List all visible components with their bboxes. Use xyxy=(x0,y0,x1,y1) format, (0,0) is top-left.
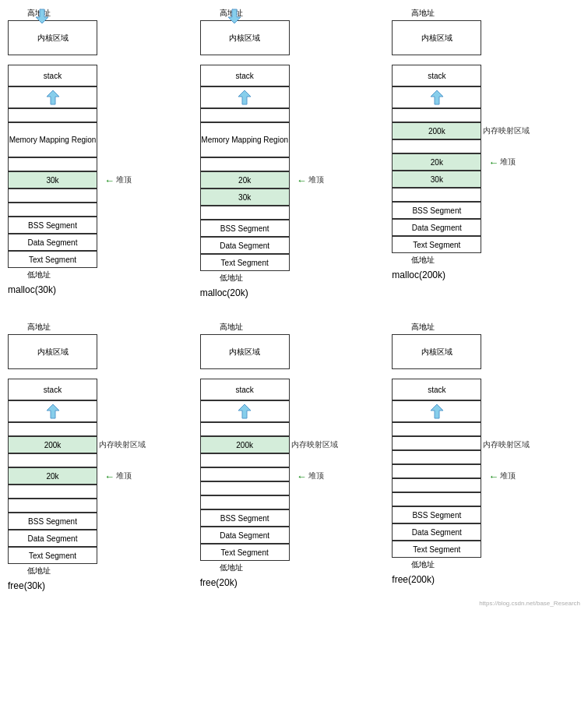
heap-top-label-d1: 堆顶 xyxy=(116,174,132,185)
label-col-d1: ← 堆顶 xyxy=(99,20,146,217)
seg-gap1-d3 xyxy=(392,55,481,65)
heap-top-label-d3: 堆顶 xyxy=(500,157,516,167)
svg-marker-5 xyxy=(47,404,59,418)
seg-bss-d3: BSS Segment xyxy=(392,202,481,219)
seg-text-d5: Text Segment xyxy=(200,544,290,561)
slr-gap1-d1 xyxy=(99,55,146,65)
seg-30k-d3: 30k xyxy=(392,171,481,188)
label-col-d5: 内存映射区域 ← 堆顶 xyxy=(291,334,338,513)
title-d1: malloc(30k) xyxy=(8,284,56,295)
seg-data-d6: Data Segment xyxy=(392,523,481,541)
mem-col-d5: 内核区域 stack 200k BSS Segment Data Segment… xyxy=(200,334,290,561)
arrow-heap-d4: ← xyxy=(99,470,114,482)
mem-col-d6: 内核区域 stack BSS Segment Data Segment Text… xyxy=(392,334,481,558)
arrow-heap-d6: ← xyxy=(483,470,498,482)
seg-200k-d4: 200k xyxy=(8,436,97,453)
seg-stack-d3: stack xyxy=(392,65,481,86)
seg-e1-d4 xyxy=(8,422,97,436)
svg-marker-1 xyxy=(36,9,48,23)
heap-top-label-d4: 堆顶 xyxy=(116,470,132,481)
mem-col-d2: 内核区域 stack Memory Mapping Region 20k 30k… xyxy=(200,20,290,271)
seg-gap1-d6 xyxy=(392,369,481,379)
seg-e1-d5 xyxy=(200,422,290,436)
seg-20k-d4: 20k xyxy=(8,467,97,485)
seg-e3-d6 xyxy=(392,450,481,464)
mem-col-d4: 内核区域 stack 200k 20k BSS Segment Data Seg… xyxy=(8,334,97,564)
svg-marker-6 xyxy=(238,404,251,418)
low-label-d5: 低地址 xyxy=(220,562,243,573)
diagram-free-30k: 高地址 内核区域 stack 200k 20k BSS Segment Data… xyxy=(8,322,196,607)
seg-e4-d6 xyxy=(392,464,481,478)
heap-top-label-d2: 堆顶 xyxy=(308,174,324,185)
diagram-free-200k: 高地址 内核区域 stack BSS Segment Data Segment … xyxy=(392,322,580,607)
slr-e2-d1 xyxy=(99,157,146,171)
seg-stack-d5: stack xyxy=(200,379,290,400)
mmap-label-d1: Memory Mapping Region xyxy=(9,136,97,145)
seg-gap1-d1 xyxy=(8,55,97,65)
seg-stack-d4: stack xyxy=(8,379,97,400)
slr-e1-d1 xyxy=(99,108,146,122)
high-label-d3: 高地址 xyxy=(411,8,435,19)
title-d3: malloc(200k) xyxy=(392,270,445,280)
seg-bss-d5: BSS Segment xyxy=(200,509,290,527)
slr-30k-d1: ← 堆顶 xyxy=(99,171,146,189)
label-col-d6: 内存映射区域 ← 堆顶 xyxy=(483,334,530,513)
seg-gap1-d5 xyxy=(200,369,290,379)
mmap-region-label-d3: 内存映射区域 xyxy=(483,125,530,136)
low-label-d3: 低地址 xyxy=(411,255,435,266)
seg-empty1-d1 xyxy=(8,108,97,122)
svg-marker-0 xyxy=(47,90,59,104)
seg-text-d2: Text Segment xyxy=(200,254,290,271)
svg-marker-2 xyxy=(238,90,251,104)
seg-e4-d5 xyxy=(200,481,290,495)
slr-mmap-d1 xyxy=(99,122,146,157)
arrow-heap-d3: ← xyxy=(483,157,498,168)
seg-e2-d5 xyxy=(200,453,290,467)
seg-text-d3: Text Segment xyxy=(392,236,481,253)
seg-kernel-d6: 内核区域 xyxy=(392,334,481,369)
title-d4: free(30k) xyxy=(8,580,45,591)
seg-kernel-d4: 内核区域 xyxy=(8,334,97,369)
seg-gap1-d4 xyxy=(8,369,97,379)
seg-kernel-d3: 内核区域 xyxy=(392,20,481,55)
seg-mmap-d2: Memory Mapping Region xyxy=(200,122,290,157)
seg-bss-d6: BSS Segment xyxy=(392,506,481,523)
diagram-malloc-200k: 高地址 内核区域 stack 200k 20k 30k BSS Segment … xyxy=(392,8,580,314)
arrow-heap-d1: ← xyxy=(99,174,114,186)
slr-e4-d1 xyxy=(99,203,146,217)
seg-30k-d1: 30k xyxy=(8,171,97,189)
seg-e2-d4 xyxy=(8,453,97,467)
seg-data-d4: Data Segment xyxy=(8,530,97,547)
mmap-region-label-d5: 内存映射区域 xyxy=(291,439,338,450)
arrow-heap-d5: ← xyxy=(291,470,307,482)
seg-bss-d4: BSS Segment xyxy=(8,513,97,530)
slr-arrow-d1 xyxy=(99,86,146,108)
seg-text-d4: Text Segment xyxy=(8,547,97,564)
seg-empty3-d1 xyxy=(8,189,97,203)
seg-e3-d5 xyxy=(200,467,290,481)
slr-stack-d1 xyxy=(99,65,146,86)
seg-arrow-d2 xyxy=(200,86,290,108)
mmap-region-label-d4: 内存映射区域 xyxy=(99,439,146,450)
seg-e3-d3 xyxy=(392,188,481,202)
high-label-d6: 高地址 xyxy=(411,322,435,333)
mem-col-d3: 内核区域 stack 200k 20k 30k BSS Segment Data… xyxy=(392,20,481,253)
svg-marker-7 xyxy=(431,404,443,418)
title-d5: free(20k) xyxy=(200,577,238,588)
seg-e1-d2 xyxy=(200,108,290,122)
seg-e2-d6 xyxy=(392,436,481,450)
seg-e5-d6 xyxy=(392,478,481,492)
svg-marker-4 xyxy=(431,90,443,104)
low-label-d2: 低地址 xyxy=(220,273,243,284)
seg-200k-d3: 200k xyxy=(392,122,481,139)
seg-empty-freed-d4 xyxy=(8,485,97,499)
seg-text-d1: Text Segment xyxy=(8,251,97,268)
seg-e5-d5 xyxy=(200,495,290,509)
low-label-d1: 低地址 xyxy=(27,270,51,280)
watermark: https://blog.csdn.net/base_Research xyxy=(479,600,580,607)
high-label-d5: 高地址 xyxy=(220,322,243,333)
heap-top-label-d5: 堆顶 xyxy=(308,470,324,481)
mmap-label-d2: Memory Mapping Region xyxy=(201,136,288,145)
seg-arrow-d4 xyxy=(8,400,97,422)
title-d6: free(200k) xyxy=(392,574,435,585)
